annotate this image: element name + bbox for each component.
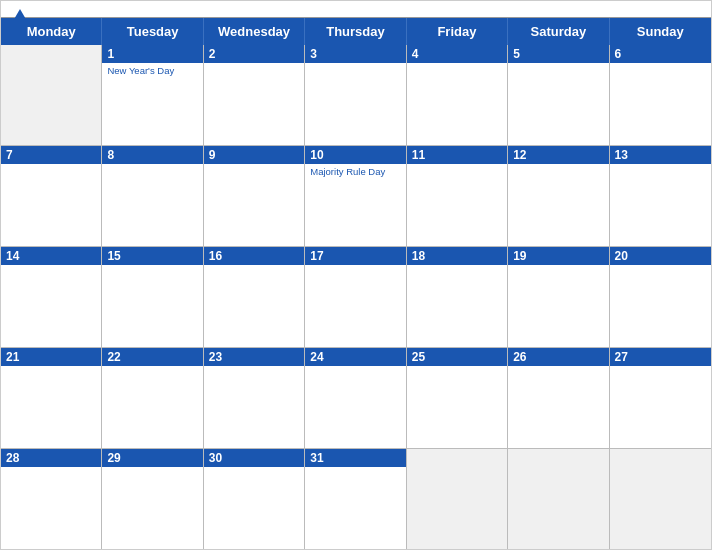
day-cell: 24 [305, 348, 406, 448]
day-number: 18 [407, 247, 507, 265]
day-cell: 16 [204, 247, 305, 347]
day-cell: 3 [305, 45, 406, 145]
day-number: 14 [1, 247, 101, 265]
week-row-2: 78910Majority Rule Day111213 [1, 146, 711, 247]
day-number: 4 [407, 45, 507, 63]
day-number: 1 [102, 45, 202, 63]
holiday-name: Majority Rule Day [310, 166, 400, 177]
day-number: 13 [610, 146, 711, 164]
holiday-name: New Year's Day [107, 65, 197, 76]
day-number: 22 [102, 348, 202, 366]
day-cell: 28 [1, 449, 102, 549]
day-cell: 13 [610, 146, 711, 246]
week-row-5: 28293031 [1, 449, 711, 549]
week-row-3: 14151617181920 [1, 247, 711, 348]
day-cell: 1New Year's Day [102, 45, 203, 145]
day-number: 3 [305, 45, 405, 63]
day-number: 21 [1, 348, 101, 366]
week-row-4: 21222324252627 [1, 348, 711, 449]
day-number: 25 [407, 348, 507, 366]
day-number: 6 [610, 45, 711, 63]
calendar-grid: MondayTuesdayWednesdayThursdayFridaySatu… [1, 17, 711, 549]
calendar-container: MondayTuesdayWednesdayThursdayFridaySatu… [0, 0, 712, 550]
day-cell: 26 [508, 348, 609, 448]
day-number: 24 [305, 348, 405, 366]
day-cell: 15 [102, 247, 203, 347]
day-cell: 29 [102, 449, 203, 549]
day-header-thursday: Thursday [305, 18, 406, 45]
day-number: 9 [204, 146, 304, 164]
day-cell: 23 [204, 348, 305, 448]
day-header-friday: Friday [407, 18, 508, 45]
day-cell [610, 449, 711, 549]
day-number: 20 [610, 247, 711, 265]
day-cell: 12 [508, 146, 609, 246]
day-cell: 21 [1, 348, 102, 448]
day-number: 31 [305, 449, 405, 467]
day-header-saturday: Saturday [508, 18, 609, 45]
day-cell: 4 [407, 45, 508, 145]
day-number: 28 [1, 449, 101, 467]
day-number: 26 [508, 348, 608, 366]
day-number: 15 [102, 247, 202, 265]
day-number: 19 [508, 247, 608, 265]
day-cell: 17 [305, 247, 406, 347]
day-number: 16 [204, 247, 304, 265]
day-cell [1, 45, 102, 145]
logo [13, 9, 29, 21]
day-cell: 14 [1, 247, 102, 347]
day-cell [407, 449, 508, 549]
day-header-wednesday: Wednesday [204, 18, 305, 45]
day-cell: 20 [610, 247, 711, 347]
day-number: 5 [508, 45, 608, 63]
day-cell: 9 [204, 146, 305, 246]
day-number: 7 [1, 146, 101, 164]
day-cell: 11 [407, 146, 508, 246]
week-row-1: 1New Year's Day23456 [1, 45, 711, 146]
day-cell: 10Majority Rule Day [305, 146, 406, 246]
day-cell: 2 [204, 45, 305, 145]
day-number: 23 [204, 348, 304, 366]
day-headers: MondayTuesdayWednesdayThursdayFridaySatu… [1, 18, 711, 45]
day-number: 27 [610, 348, 711, 366]
day-number: 2 [204, 45, 304, 63]
day-cell: 31 [305, 449, 406, 549]
day-cell: 18 [407, 247, 508, 347]
day-cell: 27 [610, 348, 711, 448]
day-header-monday: Monday [1, 18, 102, 45]
day-number: 17 [305, 247, 405, 265]
day-cell: 5 [508, 45, 609, 145]
day-header-sunday: Sunday [610, 18, 711, 45]
logo-triangle-icon [13, 9, 27, 21]
day-cell: 8 [102, 146, 203, 246]
day-cell: 25 [407, 348, 508, 448]
day-cell: 6 [610, 45, 711, 145]
day-header-tuesday: Tuesday [102, 18, 203, 45]
logo-blue-text [13, 9, 29, 21]
day-number: 10 [305, 146, 405, 164]
day-number: 29 [102, 449, 202, 467]
day-number: 12 [508, 146, 608, 164]
day-number: 8 [102, 146, 202, 164]
day-number: 30 [204, 449, 304, 467]
day-cell: 19 [508, 247, 609, 347]
day-cell: 30 [204, 449, 305, 549]
day-cell [508, 449, 609, 549]
calendar-header [1, 1, 711, 17]
day-cell: 22 [102, 348, 203, 448]
day-number: 11 [407, 146, 507, 164]
day-cell: 7 [1, 146, 102, 246]
weeks-container: 1New Year's Day2345678910Majority Rule D… [1, 45, 711, 549]
